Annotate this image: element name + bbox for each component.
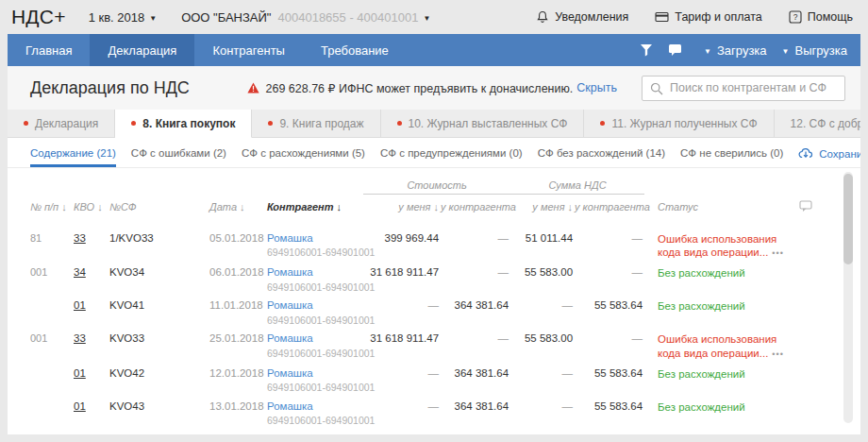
col-date[interactable]: Дата ↓ (202, 195, 262, 226)
topbar-left: НДС+ 1 кв. 2018 ▼ ООО "БАНЗАЙ" 400401865… (11, 6, 455, 28)
col-cost-mine[interactable]: у меня ↓ (363, 195, 441, 226)
warning-hide-link[interactable]: Скрыть (576, 81, 617, 94)
table-row[interactable]: 001 34 KVO34 06.01.2018 Ромашка 69491060… (30, 260, 812, 293)
subtab-0[interactable]: Содержание (21) (30, 138, 116, 167)
status-more-dots[interactable]: ••• (772, 248, 783, 258)
content-card: ГлавнаяДекларацияКонтрагентыТребование ▼… (8, 34, 860, 434)
table-row[interactable]: 001 33 KVO33 25.01.2018 Ромашка 69491060… (30, 326, 812, 361)
tab-3[interactable]: 10. Журнал выставленных СФ (381, 110, 585, 138)
error-dot-icon (268, 121, 273, 126)
group-header-vat: Сумма НДС (510, 176, 644, 195)
kvo-link[interactable]: 01 (74, 400, 86, 412)
vertical-scrollbar[interactable] (843, 172, 853, 423)
main-nav: ГлавнаяДекларацияКонтрагентыТребование ▼… (8, 34, 860, 66)
search-input[interactable] (642, 76, 845, 101)
col-sf: №СФ (109, 195, 202, 226)
comment-icon[interactable] (799, 200, 812, 212)
status-text: Без расхождений (658, 368, 745, 380)
card-icon (655, 11, 669, 23)
subtab-4[interactable]: СФ без расхождений (14) (538, 138, 665, 167)
status-text: Без расхождений (658, 401, 745, 413)
col-contractor[interactable]: Контрагент ↓ (262, 195, 363, 226)
group-header-cost: Стоимость (363, 176, 510, 195)
contractor-inn-kpp: 6949106001-694901001 (267, 382, 363, 393)
topbar-right: Уведомления Тариф и оплата ? Помощь (509, 10, 853, 25)
save-label: Сохранить (819, 148, 860, 160)
kvo-link[interactable]: 01 (74, 434, 86, 434)
warning-banner: 269 628.76 ₽ ИФНС может предъявить к дон… (247, 81, 617, 95)
nav-item-3[interactable]: Требование (303, 34, 407, 66)
invoices-table-wrap: Стоимость Сумма НДС № п/п ↓ КВО ↓ №СФ Да… (8, 168, 860, 434)
tab-1[interactable]: 8. Книга покупок (115, 110, 252, 138)
column-header-row: № п/п ↓ КВО ↓ №СФ Дата ↓ Контрагент ↓ у … (30, 195, 812, 226)
contractor-link[interactable]: Ромашка (267, 232, 363, 245)
help-icon: ? (789, 10, 802, 24)
page-title: Декларация по НДС (30, 78, 190, 98)
filter-button[interactable] (632, 34, 660, 66)
table-row[interactable]: 01 KVO41 11.01.2018 Ромашка 6949106001-6… (30, 293, 812, 326)
error-dot-icon (131, 121, 136, 126)
chevron-down-icon: ▼ (149, 14, 157, 23)
contractor-link[interactable]: Ромашка (267, 434, 363, 434)
period-selector[interactable]: 1 кв. 2018 ▼ (89, 10, 158, 25)
contractor-link[interactable]: Ромашка (267, 400, 363, 413)
col-cost-theirs: у контрагента (441, 195, 510, 226)
download-button[interactable]: ▼ Выгрузка (782, 43, 847, 58)
nav-item-1[interactable]: Декларация (90, 34, 194, 66)
error-dot-icon (24, 121, 28, 126)
help-label: Помощь (808, 10, 853, 24)
company-name: ООО "БАНЗАЙ" (181, 10, 271, 25)
col-num[interactable]: № п/п ↓ (30, 195, 74, 226)
tariff-button[interactable]: Тариф и оплата (655, 10, 761, 24)
company-selector[interactable]: ООО "БАНЗАЙ" 4004018655 - 400401001 ▼ (181, 10, 430, 25)
kvo-link[interactable]: 33 (74, 232, 86, 244)
app-logo: НДС+ (11, 6, 66, 28)
kvo-link[interactable]: 33 (74, 332, 86, 344)
col-vat-mine[interactable]: у меня ↓ (510, 195, 575, 226)
contractor-link[interactable]: Ромашка (267, 367, 363, 380)
col-status: Статус (644, 195, 788, 226)
nav-item-0[interactable]: Главная (8, 34, 90, 66)
tab-5[interactable]: 12. СФ с добровольно выделенным НДС (775, 110, 860, 138)
upload-button[interactable]: ▼ Загрузка (704, 43, 767, 58)
contractor-link[interactable]: Ромашка (267, 332, 363, 345)
subtab-5[interactable]: СФ не сверились (0) (680, 138, 783, 167)
contractor-inn-kpp: 6949106001-694901001 (267, 246, 363, 258)
svg-text:?: ? (793, 12, 797, 22)
subtab-3[interactable]: СФ с предупреждениями (0) (380, 138, 523, 167)
contractor-link[interactable]: Ромашка (267, 266, 363, 279)
kvo-link[interactable]: 01 (74, 299, 86, 311)
contractor-inn-kpp: 6949106001-694901001 (267, 314, 363, 326)
nav-item-2[interactable]: Контрагенты (194, 34, 303, 66)
download-label: Выгрузка (794, 43, 847, 58)
tab-2[interactable]: 9. Книга продаж (252, 110, 380, 138)
subtab-1[interactable]: СФ с ошибками (2) (131, 138, 226, 167)
table-row[interactable]: 01 KVO44 14.01.2018 Ромашка 6949106001-6… (30, 427, 812, 434)
status-text: Без расхождений (658, 267, 745, 279)
table-row[interactable]: 01 KVO42 12.01.2018 Ромашка 6949106001-6… (30, 361, 812, 394)
col-kvo[interactable]: КВО ↓ (74, 195, 109, 226)
chat-button[interactable] (660, 34, 689, 66)
error-dot-icon (600, 121, 605, 126)
upload-label: Загрузка (717, 43, 767, 58)
status-more-dots[interactable]: ••• (772, 349, 783, 359)
subtab-2[interactable]: СФ с расхождениями (5) (242, 138, 365, 167)
notifications-button[interactable]: Уведомления (536, 10, 628, 25)
contractor-link[interactable]: Ромашка (267, 299, 363, 312)
col-vat-theirs: у контрагента (575, 195, 644, 226)
kvo-link[interactable]: 34 (74, 266, 86, 278)
status-text: Ошибка использования кода вида операции.… (658, 233, 776, 259)
table-row[interactable]: 01 KVO43 13.01.2018 Ромашка 6949106001-6… (30, 394, 812, 427)
scrollbar-thumb[interactable] (843, 174, 853, 264)
contractor-inn-kpp: 6949106001-694901001 (267, 348, 363, 359)
table-row[interactable]: 81 33 1/KVO33 05.01.2018 Ромашка 6949106… (30, 226, 812, 261)
filter-icon (640, 43, 653, 57)
tab-4[interactable]: 11. Журнал полученных СФ (584, 110, 774, 138)
help-button[interactable]: ? Помощь (789, 10, 853, 24)
chevron-down-icon: ▼ (423, 14, 430, 23)
tab-0[interactable]: Декларация (8, 110, 115, 138)
search-icon (650, 82, 663, 95)
kvo-link[interactable]: 01 (74, 367, 86, 379)
company-ids: 4004018655 - 400401001 (278, 10, 419, 25)
save-link[interactable]: Сохранить (798, 138, 860, 167)
